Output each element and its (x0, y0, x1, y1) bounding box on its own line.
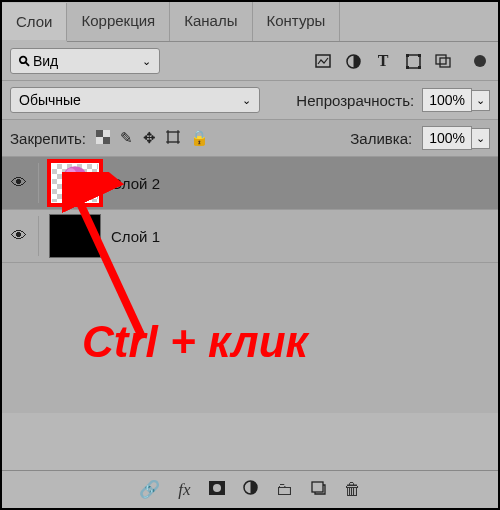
opacity-chevron-icon[interactable]: ⌄ (472, 90, 490, 111)
filter-text-icon[interactable]: T (372, 50, 394, 72)
new-group-icon[interactable]: 🗀 (276, 480, 293, 500)
svg-rect-4 (418, 54, 421, 57)
lock-transparency-icon[interactable] (96, 130, 110, 147)
layers-empty-area (2, 263, 498, 413)
tab-channels[interactable]: Каналы (170, 2, 252, 41)
visibility-toggle[interactable]: 👁 (10, 227, 28, 245)
svg-rect-3 (406, 54, 409, 57)
tab-correction[interactable]: Коррекция (67, 2, 170, 41)
layer-name[interactable]: Слой 1 (111, 228, 160, 245)
flower-icon (57, 163, 93, 199)
layer-thumbnail[interactable] (49, 161, 101, 205)
svg-rect-5 (406, 66, 409, 69)
search-icon: ⚲ (15, 52, 33, 70)
tab-layers[interactable]: Слои (2, 3, 67, 42)
lock-all-icon[interactable]: 🔒 (190, 129, 209, 147)
delete-layer-icon[interactable]: 🗑 (344, 480, 361, 500)
panel-tabs: Слои Коррекция Каналы Контуры (2, 2, 498, 42)
layer-thumbnail[interactable] (49, 214, 101, 258)
svg-rect-9 (96, 130, 103, 137)
filter-shape-icon[interactable] (402, 50, 424, 72)
fill-label: Заливка: (350, 130, 412, 147)
new-adjustment-icon[interactable] (243, 480, 258, 500)
lock-position-icon[interactable]: ✥ (143, 129, 156, 147)
visibility-toggle[interactable]: 👁 (10, 174, 28, 192)
fill-control[interactable]: 100% ⌄ (422, 126, 490, 150)
svg-point-27 (213, 484, 221, 492)
filter-smart-icon[interactable] (432, 50, 454, 72)
layer-row[interactable]: 👁 Слой 2 (2, 157, 498, 210)
svg-rect-6 (418, 66, 421, 69)
fill-chevron-icon[interactable]: ⌄ (472, 128, 490, 149)
svg-rect-29 (312, 482, 323, 492)
svg-rect-10 (103, 137, 110, 144)
svg-point-24 (74, 172, 84, 180)
opacity-control[interactable]: 100% ⌄ (422, 88, 490, 112)
filter-pixel-icon[interactable] (312, 50, 334, 72)
svg-rect-7 (436, 55, 446, 64)
layer-name[interactable]: Слой 2 (111, 175, 160, 192)
fill-value[interactable]: 100% (422, 126, 472, 150)
filter-type-dropdown[interactable]: ⚲ Вид ⌄ (10, 48, 160, 74)
add-mask-icon[interactable] (209, 480, 225, 500)
tab-paths[interactable]: Контуры (253, 2, 341, 41)
filter-toolbar: ⚲ Вид ⌄ T (2, 42, 498, 81)
blend-mode-label: Обычные (19, 92, 81, 108)
svg-rect-0 (316, 55, 330, 67)
chevron-down-icon: ⌄ (242, 94, 251, 107)
filter-type-label: Вид (33, 53, 58, 69)
link-layers-icon[interactable]: 🔗 (139, 479, 160, 500)
chevron-down-icon: ⌄ (142, 55, 151, 68)
layer-row[interactable]: 👁 Слой 1 (2, 210, 498, 263)
layers-panel: Слои Коррекция Каналы Контуры ⚲ Вид ⌄ T … (0, 0, 500, 510)
lock-toolbar: Закрепить: ✎ ✥ 🔒 Заливка: 100% ⌄ (2, 120, 498, 157)
fx-icon[interactable]: fx (178, 480, 190, 500)
svg-rect-12 (96, 137, 103, 144)
opacity-value[interactable]: 100% (422, 88, 472, 112)
layers-list: 👁 Слой 2 👁 Слой 1 (2, 157, 498, 263)
svg-rect-8 (440, 58, 450, 67)
svg-rect-11 (103, 130, 110, 137)
lock-artboard-icon[interactable] (166, 130, 180, 147)
opacity-label: Непрозрачность: (296, 92, 414, 109)
filter-toggle[interactable] (474, 55, 486, 67)
lock-image-icon[interactable]: ✎ (120, 129, 133, 147)
blend-toolbar: Обычные ⌄ Непрозрачность: 100% ⌄ (2, 81, 498, 120)
lock-label: Закрепить: (10, 130, 86, 147)
svg-rect-13 (168, 132, 178, 142)
bottom-toolbar: 🔗 fx 🗀 🗑 (2, 470, 498, 508)
blend-mode-dropdown[interactable]: Обычные ⌄ (10, 87, 260, 113)
new-layer-icon[interactable] (311, 480, 326, 500)
filter-adjust-icon[interactable] (342, 50, 364, 72)
